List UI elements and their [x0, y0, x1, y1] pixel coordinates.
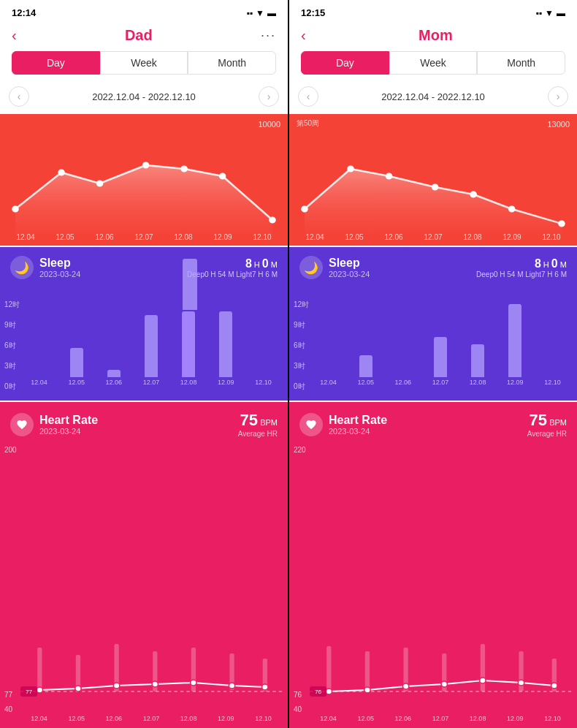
tab-month-left[interactable]: Month — [188, 51, 276, 75]
svg-point-31 — [508, 206, 514, 212]
tab-day-right[interactable]: Day — [301, 51, 389, 75]
hr-card-right: Heart Rate 2023-03-24 75 BPM Average HR … — [289, 402, 577, 728]
sleep-title-right: Sleep — [329, 257, 370, 270]
sleep-main-val-left: 8 H 0 M — [187, 257, 278, 270]
svg-rect-34 — [365, 651, 370, 691]
hr-avg-right: 76 — [294, 691, 302, 699]
back-button-right[interactable]: ‹ — [301, 27, 306, 44]
svg-marker-0 — [15, 165, 272, 235]
hr-icon-right — [299, 413, 323, 436]
status-icons-right: ▪▪ ▼ ▬ — [536, 8, 565, 18]
svg-point-17 — [75, 686, 81, 691]
back-button-left[interactable]: ‹ — [12, 27, 17, 44]
svg-point-46 — [518, 680, 524, 686]
sleep-main-val-right: 8 H 0 M — [476, 257, 567, 270]
date-range-left: 2022.12.04 - 2022.12.10 — [92, 91, 196, 102]
date-prev-right[interactable]: ‹ — [298, 86, 318, 107]
header-left: ‹ Dad ··· — [0, 23, 288, 51]
hr-date-right: 2023-03-24 — [329, 427, 387, 436]
date-prev-left[interactable]: ‹ — [9, 86, 29, 107]
svg-rect-33 — [326, 646, 331, 691]
svg-point-27 — [348, 166, 354, 172]
hr-x-labels-right: 12.04 12.05 12.06 12.07 12.08 12.09 12.1… — [310, 715, 571, 722]
svg-point-41 — [326, 689, 332, 694]
svg-point-3 — [96, 181, 102, 186]
svg-text:77: 77 — [26, 689, 33, 695]
hr-sub-left: Average HR — [238, 430, 278, 438]
svg-point-4 — [142, 162, 148, 168]
hr-title-right: Heart Rate — [329, 414, 387, 427]
signal-icon-right: ▪▪ — [536, 8, 543, 18]
svg-point-6 — [219, 173, 225, 179]
sleep-card-right: 🌙 Sleep 2023-03-24 8 H 0 M Deep0 H 54 M … — [289, 247, 577, 401]
left-panel: 12:14 ▪▪ ▼ ▬ ‹ Dad ··· Day Week Month ‹ … — [0, 0, 288, 728]
date-next-right[interactable]: › — [548, 86, 568, 107]
hr-y40-left: 40 — [4, 705, 12, 713]
header-right: ‹ Mom — [289, 23, 577, 51]
status-bar-left: 12:14 ▪▪ ▼ ▬ — [0, 0, 288, 23]
tab-week-left[interactable]: Week — [100, 51, 188, 75]
sleep-title-group-left: 🌙 Sleep 2023-03-24 — [10, 256, 80, 279]
battery-icon-left: ▬ — [267, 8, 276, 18]
status-icons-left: ▪▪ ▼ ▬ — [247, 8, 276, 18]
tab-day-left[interactable]: Day — [12, 51, 100, 75]
hr-value-right: 75 BPM Average HR — [527, 411, 567, 438]
sleep-sub-right: Deep0 H 54 M Light7 H 6 M — [476, 270, 567, 278]
svg-point-21 — [229, 683, 234, 689]
hr-y40-right: 40 — [294, 705, 302, 713]
steps-chart-left: 10000 12.04 12.05 12.06 12.07 — [0, 114, 288, 246]
steps-svg-left — [0, 114, 288, 246]
hr-x-labels-left: 12.04 12.05 12.06 12.07 12.08 12.09 12.1… — [20, 715, 282, 722]
svg-point-28 — [386, 173, 391, 179]
svg-point-1 — [12, 206, 18, 212]
sleep-y-labels-left: 12时 9时 6时 3时 0时 — [4, 295, 20, 397]
hr-icon-left — [10, 413, 34, 436]
svg-marker-25 — [305, 169, 562, 235]
sleep-sub-left: Deep0 H 54 M Light7 H 6 M — [187, 270, 278, 278]
date-next-left[interactable]: › — [259, 86, 279, 107]
hr-card-left: Heart Rate 2023-03-24 75 BPM Average HR … — [0, 402, 288, 728]
right-panel: 12:15 ▪▪ ▼ ▬ ‹ Mom Day Week Month ‹ 2022… — [289, 0, 577, 728]
hr-main-val-right: 75 BPM — [527, 411, 567, 430]
sleep-y-labels-right: 12时 9时 6时 3时 0时 — [294, 295, 309, 397]
sleep-value-right: 8 H 0 M Deep0 H 54 M Light7 H 6 M — [476, 257, 567, 278]
sleep-card-left: 🌙 Sleep 2023-03-24 8 H 0 M Deep0 H 54 M … — [0, 247, 288, 401]
time-right: 12:15 — [301, 7, 325, 18]
hr-header-right: Heart Rate 2023-03-24 75 BPM Average HR — [299, 411, 567, 438]
svg-point-22 — [262, 684, 268, 690]
hr-y200-left: 200 — [4, 446, 17, 454]
svg-point-30 — [470, 192, 476, 197]
svg-point-20 — [191, 680, 196, 686]
sleep-header-right: 🌙 Sleep 2023-03-24 8 H 0 M Deep0 H 54 M … — [299, 256, 567, 279]
hr-value-left: 75 BPM Average HR — [238, 411, 278, 438]
steps-chart-right: 第50周 13000 12.04 12.05 12.06 12.0 — [289, 114, 577, 246]
svg-point-42 — [364, 687, 370, 693]
steps-x-labels-right: 12.04 12.05 12.06 12.07 12.08 12.09 12.1… — [289, 233, 577, 241]
hr-title-group-right: Heart Rate 2023-03-24 — [299, 413, 387, 436]
svg-text:76: 76 — [315, 689, 322, 695]
tab-week-right[interactable]: Week — [389, 51, 478, 75]
more-button-left[interactable]: ··· — [261, 28, 276, 43]
svg-point-5 — [181, 166, 187, 172]
steps-svg-right — [289, 114, 577, 246]
sleep-icon-right: 🌙 — [299, 256, 323, 279]
sleep-bars-left: 12.04 12.05 12.06 12.07 12.08 12.09 — [20, 306, 282, 386]
hr-avg-left: 77 — [4, 691, 12, 699]
date-nav-right: ‹ 2022.12.04 - 2022.12.10 › — [289, 82, 577, 114]
svg-point-47 — [551, 683, 557, 689]
sleep-title-group-right: 🌙 Sleep 2023-03-24 — [299, 256, 370, 279]
tab-month-right[interactable]: Month — [477, 51, 565, 75]
sleep-date-right: 2023-03-24 — [329, 270, 370, 278]
svg-point-18 — [113, 683, 119, 689]
svg-point-26 — [302, 206, 307, 212]
hr-svg-left: 77 — [20, 633, 282, 713]
svg-point-45 — [480, 678, 486, 683]
sleep-bars-right: 12.04 12.05 12.06 12.07 12.08 12.09 — [310, 306, 571, 386]
svg-point-7 — [270, 217, 275, 223]
sleep-title-left: Sleep — [39, 257, 80, 270]
hr-chart-left: 77 12.04 12.05 12.06 12.07 12.08 12.09 1… — [20, 633, 282, 713]
hr-title-left: Heart Rate — [39, 414, 98, 427]
status-bar-right: 12:15 ▪▪ ▼ ▬ — [289, 0, 577, 23]
header-title-left: Dad — [125, 27, 153, 44]
sleep-header-left: 🌙 Sleep 2023-03-24 8 H 0 M Deep0 H 54 M … — [10, 256, 278, 279]
